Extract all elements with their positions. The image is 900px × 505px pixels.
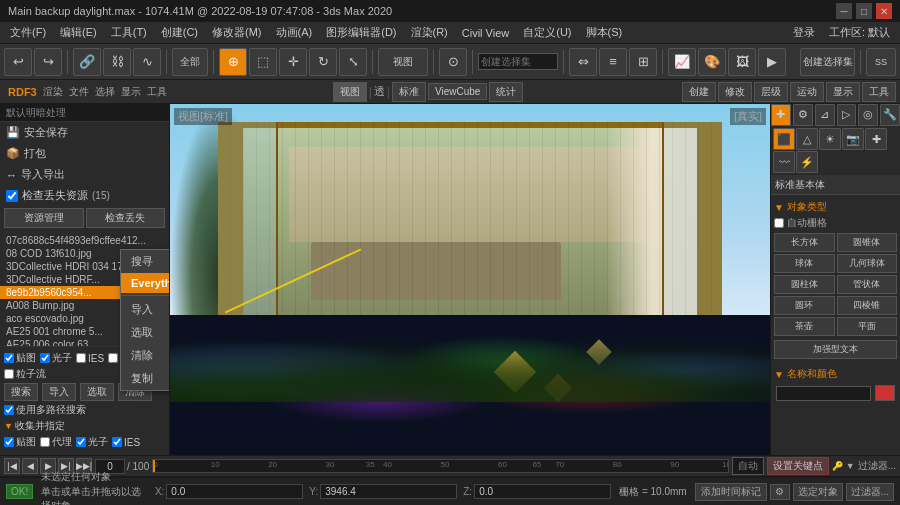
ctx-search[interactable]: 搜寻 bbox=[121, 250, 170, 273]
minimize-button[interactable]: ─ bbox=[836, 3, 852, 19]
pack-item[interactable]: 📦 打包 bbox=[0, 143, 169, 164]
unlink-button[interactable]: ⛓ bbox=[103, 48, 131, 76]
rp-tab-hierarchy[interactable]: ⊿ bbox=[815, 104, 835, 126]
check-lost-btn[interactable]: 检查丢失 bbox=[86, 208, 166, 228]
obj-teapot[interactable]: 茶壶 bbox=[774, 317, 835, 336]
checkbox-multipath[interactable]: 使用多路径搜索 bbox=[4, 403, 86, 417]
hierarchy-panel-btn[interactable]: 层级 bbox=[754, 82, 788, 102]
menu-login[interactable]: 登录 bbox=[787, 23, 821, 42]
obj-enhanced-text[interactable]: 加强型文本 bbox=[774, 340, 897, 359]
z-input[interactable] bbox=[474, 484, 611, 499]
filter-icon[interactable]: ▼ bbox=[846, 461, 855, 471]
view-tab[interactable]: 视图 bbox=[333, 82, 367, 102]
rp-tab-display[interactable]: ◎ bbox=[858, 104, 878, 126]
menu-custom[interactable]: 自定义(U) bbox=[517, 23, 577, 42]
checkbox-map[interactable]: 贴图 bbox=[4, 351, 36, 365]
menu-render[interactable]: 渲染(R) bbox=[405, 23, 454, 42]
filter-label[interactable]: 过滤器... bbox=[858, 459, 896, 473]
obj-cone[interactable]: 圆锥体 bbox=[837, 233, 898, 252]
import-export-item[interactable]: ↔ 导入导出 bbox=[0, 164, 169, 185]
select-link-button[interactable]: 🔗 bbox=[73, 48, 101, 76]
object-name-input[interactable] bbox=[776, 386, 871, 401]
motion-panel-btn[interactable]: 运动 bbox=[790, 82, 824, 102]
x-input[interactable] bbox=[166, 484, 303, 499]
add-key-icon[interactable]: 🔑 bbox=[832, 461, 843, 471]
view-cube-btn[interactable]: ViewCube bbox=[428, 83, 487, 100]
modify-panel-btn[interactable]: 修改 bbox=[718, 82, 752, 102]
obj-geosphere[interactable]: 几何球体 bbox=[837, 254, 898, 273]
check-missing-checkbox[interactable] bbox=[6, 190, 18, 202]
ctx-everything[interactable]: Everything bbox=[121, 273, 170, 293]
maximize-button[interactable]: □ bbox=[856, 3, 872, 19]
list-item[interactable]: 07c8688c54f4893ef9cffee412... bbox=[0, 234, 169, 247]
select-btn[interactable]: 选取 bbox=[80, 383, 114, 401]
ctx-copy[interactable]: 复制 bbox=[121, 367, 170, 390]
mirror-button[interactable]: ⇔ bbox=[569, 48, 597, 76]
obj-sphere[interactable]: 球体 bbox=[774, 254, 835, 273]
obj-tube[interactable]: 管状体 bbox=[837, 275, 898, 294]
obj-plane[interactable]: 平面 bbox=[837, 317, 898, 336]
timeline-track[interactable]: 0 10 20 30 35 40 50 60 65 70 80 90 100 bbox=[152, 459, 728, 473]
create-selection-set-button[interactable]: 创建选择集 bbox=[800, 48, 855, 76]
checkbox-proxy[interactable]: 代理 bbox=[40, 435, 72, 449]
menu-file[interactable]: 文件(F) bbox=[4, 23, 52, 42]
obj-box[interactable]: 长方体 bbox=[774, 233, 835, 252]
cat-shape[interactable]: △ bbox=[796, 128, 818, 150]
rp-tab-create[interactable]: ✚ bbox=[771, 104, 791, 126]
cat-systems[interactable]: ⚡ bbox=[796, 151, 818, 173]
obj-cylinder[interactable]: 圆柱体 bbox=[774, 275, 835, 294]
obj-torus[interactable]: 圆环 bbox=[774, 296, 835, 315]
asset-manager-btn[interactable]: 资源管理 bbox=[4, 208, 84, 228]
scale-button[interactable]: ⤡ bbox=[339, 48, 367, 76]
rp-tab-modify[interactable]: ⚙ bbox=[793, 104, 813, 126]
y-input[interactable] bbox=[320, 484, 457, 499]
add-time-marker-btn[interactable]: 添加时间标记 bbox=[695, 483, 767, 501]
move-button[interactable]: ✛ bbox=[279, 48, 307, 76]
checkbox-photon[interactable]: 光子 bbox=[40, 351, 72, 365]
menu-graph-editor[interactable]: 图形编辑器(D) bbox=[320, 23, 402, 42]
render-setup-button[interactable]: 🖼 bbox=[728, 48, 756, 76]
left-panel-tab-rdf[interactable]: 默认明暗处理 bbox=[0, 106, 72, 120]
ctx-clear[interactable]: 清除 bbox=[121, 344, 170, 367]
graph-editors-button[interactable]: 📈 bbox=[668, 48, 696, 76]
name-color-title[interactable]: ▼ 名称和颜色 bbox=[774, 365, 897, 383]
menu-workspace[interactable]: 工作区: 默认 bbox=[823, 23, 896, 42]
viewport[interactable]: 视图[标准] [真实] bbox=[170, 104, 770, 455]
menu-tools[interactable]: 工具(T) bbox=[105, 23, 153, 42]
cat-helpers[interactable]: ✚ bbox=[865, 128, 887, 150]
cat-geometry[interactable]: ⬛ bbox=[773, 128, 795, 150]
select-region-button[interactable]: ⬚ bbox=[249, 48, 277, 76]
reference-coord-button[interactable]: 视图 bbox=[378, 48, 428, 76]
auto-key-btn[interactable]: 自动 bbox=[732, 457, 764, 475]
obj-pyramid[interactable]: 四棱锥 bbox=[837, 296, 898, 315]
render-frame-button[interactable]: ▶ bbox=[758, 48, 786, 76]
select-object-btn[interactable]: 选定对象 bbox=[793, 483, 843, 501]
cat-spacewarps[interactable]: 〰 bbox=[773, 151, 795, 173]
undo-button[interactable]: ↩ bbox=[4, 48, 32, 76]
utilities-panel-btn[interactable]: 工具 bbox=[862, 82, 896, 102]
safe-save-item[interactable]: 💾 安全保存 bbox=[0, 122, 169, 143]
rp-tab-motion[interactable]: ▷ bbox=[837, 104, 857, 126]
check-missing-item[interactable]: 检查丢失资源 (15) bbox=[0, 185, 169, 206]
rotate-button[interactable]: ↻ bbox=[309, 48, 337, 76]
stats-btn[interactable]: 统计 bbox=[489, 82, 523, 102]
scene-states-button[interactable]: SS bbox=[866, 48, 896, 76]
redo-button[interactable]: ↪ bbox=[34, 48, 62, 76]
checkbox-particle[interactable]: 粒子流 bbox=[4, 367, 46, 381]
cat-camera[interactable]: 📷 bbox=[842, 128, 864, 150]
menu-modifier[interactable]: 修改器(M) bbox=[206, 23, 268, 42]
import-btn[interactable]: 导入 bbox=[42, 383, 76, 401]
menu-create[interactable]: 创建(C) bbox=[155, 23, 204, 42]
create-selection-input[interactable] bbox=[478, 53, 558, 70]
menu-animation[interactable]: 动画(A) bbox=[270, 23, 319, 42]
menu-edit[interactable]: 编辑(E) bbox=[54, 23, 103, 42]
rp-tab-utilities[interactable]: 🔧 bbox=[880, 104, 900, 126]
standard-primitives-label[interactable]: 标准基本体 bbox=[771, 176, 900, 195]
ctx-select[interactable]: 选取 bbox=[121, 321, 170, 344]
select-object-button[interactable]: ⊕ bbox=[219, 48, 247, 76]
set-key-btn[interactable]: 设置关键点 bbox=[767, 457, 829, 475]
checkbox-ies[interactable]: IES bbox=[76, 353, 104, 364]
create-panel-btn[interactable]: 创建 bbox=[682, 82, 716, 102]
nav-options-btn[interactable]: ⚙ bbox=[770, 484, 790, 500]
select-all-button[interactable]: 全部 bbox=[172, 48, 208, 76]
